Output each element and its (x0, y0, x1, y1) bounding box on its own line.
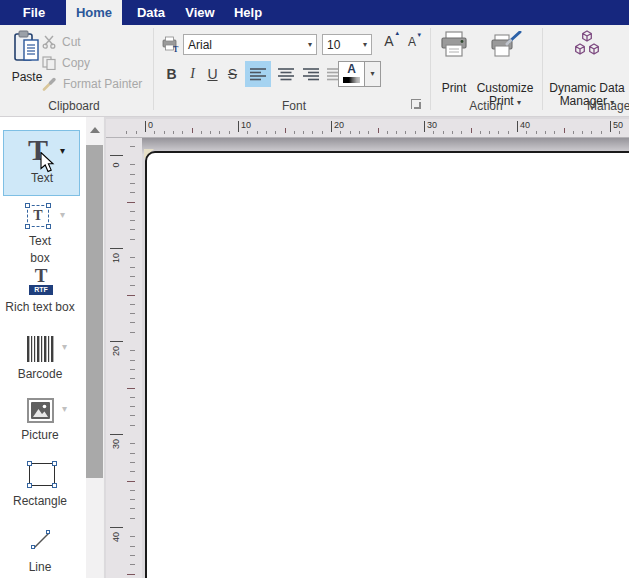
italic-button[interactable]: I (183, 63, 202, 85)
line-tool-icon (30, 528, 54, 552)
scrollbar-thumb[interactable] (86, 145, 103, 478)
shrink-font-letter: A (408, 35, 416, 49)
tool-rectangle[interactable]: Rectangle (0, 461, 86, 523)
barcode-tool-icon (26, 336, 56, 362)
tab-file[interactable]: File (8, 0, 60, 25)
tool-rich-text-box[interactable]: T RTF Rich text box (0, 267, 86, 341)
italic-label: I (190, 66, 195, 82)
v-ruler-number: 0 (109, 157, 123, 173)
v-ruler-number: 40 (109, 529, 123, 545)
underline-label: U (207, 66, 217, 82)
dynamic-data-manager-icon (572, 29, 602, 59)
paste-icon (13, 30, 41, 64)
align-center-icon (278, 67, 294, 81)
tab-view[interactable]: View (178, 0, 222, 25)
clipboard-group: Paste Cut Copy (0, 25, 153, 117)
tool-line-label: Line (0, 559, 80, 576)
design-canvas[interactable] (145, 151, 629, 578)
align-left-button[interactable] (245, 61, 271, 87)
scrollbar-up-arrow-icon[interactable] (90, 127, 100, 133)
chevron-down-icon[interactable]: ▾ (308, 41, 312, 49)
align-left-icon (250, 67, 266, 81)
font-size-combobox[interactable]: 10 ▾ (322, 34, 372, 55)
customize-print-label-line1: Customize (473, 81, 537, 95)
format-painter-button[interactable]: Format Painter (42, 75, 142, 92)
tool-barcode[interactable]: ▾ Barcode (0, 335, 86, 397)
h-ruler-number: 30 (427, 120, 437, 130)
underline-button[interactable]: U (203, 63, 222, 85)
rectangle-tool-icon (29, 463, 55, 486)
font-color-letter: A (339, 62, 364, 77)
caret-up-icon: ▴ (395, 29, 399, 37)
ribbon: Paste Cut Copy (0, 25, 629, 117)
v-ruler-number: 30 (109, 436, 123, 452)
chevron-down-icon[interactable]: ▾ (363, 41, 367, 49)
tab-file-label: File (23, 5, 45, 20)
copy-button[interactable]: Copy (42, 54, 90, 71)
chevron-down-icon[interactable]: ▾ (60, 209, 65, 220)
tool-picture-label: Picture (0, 427, 80, 444)
font-name-combobox[interactable]: Arial ▾ (183, 34, 317, 55)
align-right-button[interactable] (298, 61, 324, 87)
font-group-label: Font (234, 99, 354, 113)
management-group-label: Management (587, 99, 629, 113)
print-label: Print (435, 81, 473, 95)
tab-view-label: View (185, 5, 214, 20)
chevron-down-icon[interactable]: ▾ (62, 403, 67, 414)
align-center-button[interactable] (273, 61, 299, 87)
bold-button[interactable]: B (162, 63, 181, 85)
tool-barcode-label: Barcode (0, 366, 80, 383)
format-painter-label: Format Painter (63, 77, 142, 91)
action-group: Print Customize Print ▾ Action (431, 25, 541, 117)
font-color-button[interactable]: A (338, 61, 365, 87)
chevron-down-icon[interactable]: ▾ (60, 145, 65, 156)
cut-button[interactable]: Cut (42, 33, 81, 50)
horizontal-ruler: 01020304050 (106, 119, 629, 138)
tool-rich-text-box-label: Rich text box (0, 299, 80, 316)
toolbox-panel: T ▾ Text T ▾ Text box T RTF Rich text bo… (0, 117, 86, 578)
tab-help-label: Help (234, 5, 262, 20)
tab-help[interactable]: Help (226, 0, 270, 25)
caret-down-icon: ▾ (417, 31, 421, 39)
v-ruler-number: 10 (109, 250, 123, 266)
customize-print-button[interactable]: Customize Print ▾ (473, 29, 537, 109)
application-window: File Home Data View Help Paste (0, 0, 629, 578)
management-group: Dynamic Data Manager ▾ Management (543, 25, 629, 117)
chevron-down-icon[interactable]: ▾ (62, 341, 67, 352)
h-ruler-number: 0 (148, 120, 153, 130)
tool-rectangle-label: Rectangle (0, 493, 80, 510)
tab-home[interactable]: Home (66, 0, 122, 25)
format-painter-icon (42, 77, 58, 91)
tab-data[interactable]: Data (128, 0, 174, 25)
action-group-label: Action (436, 99, 536, 113)
shrink-font-button[interactable]: A▾ (402, 35, 422, 57)
bold-label: B (166, 66, 176, 82)
customize-print-icon (488, 31, 522, 58)
tab-data-label: Data (137, 5, 165, 20)
rtf-badge: RTF (29, 285, 53, 295)
tool-text-box[interactable]: T ▾ Text box (0, 203, 86, 269)
strikethrough-label: S (228, 66, 237, 82)
tool-text-box-label: Text box (20, 233, 60, 267)
dynamic-data-manager-button[interactable]: Dynamic Data Manager ▾ (545, 29, 629, 109)
h-ruler-number: 40 (520, 120, 530, 130)
grow-font-button[interactable]: A▴ (379, 33, 399, 55)
strikethrough-button[interactable]: S (223, 63, 242, 85)
rich-text-box-tool-icon: T RTF (28, 267, 54, 295)
clipboard-group-label: Clipboard (24, 99, 124, 113)
dynamic-data-manager-label-line1: Dynamic Data (545, 81, 629, 95)
h-ruler-number: 20 (334, 120, 344, 130)
font-dialog-launcher-icon[interactable] (411, 99, 421, 109)
copy-icon (42, 56, 57, 70)
tool-line[interactable]: Line (0, 526, 86, 578)
font-color-dropdown[interactable]: ▾ (364, 61, 381, 87)
toolbox-scrollbar[interactable] (86, 117, 103, 578)
chevron-down-icon: ▾ (370, 70, 374, 78)
v-ruler-number: 20 (109, 343, 123, 359)
print-button[interactable]: Print (435, 29, 473, 95)
tool-picture[interactable]: ▾ Picture (0, 397, 86, 459)
mouse-cursor (40, 152, 56, 174)
svg-text:T: T (173, 45, 179, 53)
align-right-icon (303, 67, 319, 81)
font-color-swatch (343, 77, 360, 83)
